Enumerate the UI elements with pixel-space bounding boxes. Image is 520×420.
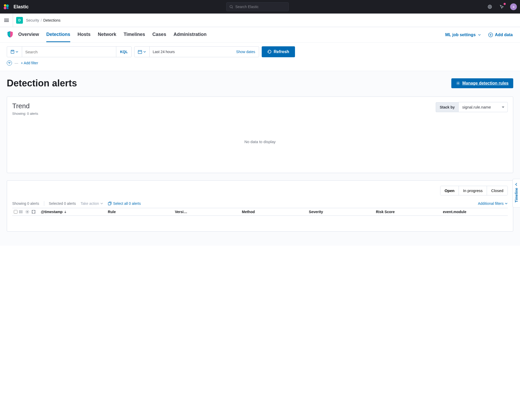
alerts-panel: Open In progress Closed Showing 0 alerts… xyxy=(7,180,513,232)
event-renderer-icon[interactable] xyxy=(19,210,23,214)
chevron-down-icon xyxy=(100,202,103,205)
stack-by-select[interactable]: signal.rule.name xyxy=(458,102,508,112)
gear-icon[interactable] xyxy=(25,210,29,214)
svg-point-1 xyxy=(6,4,9,7)
svg-point-7 xyxy=(489,6,491,8)
trend-empty-state: No data to display xyxy=(12,116,508,168)
add-data-button[interactable]: Add data xyxy=(488,33,513,37)
select-all-checkbox[interactable] xyxy=(14,210,17,214)
col-event-module[interactable]: event.module xyxy=(441,210,508,214)
svg-rect-15 xyxy=(12,50,13,51)
status-in-progress[interactable]: In progress xyxy=(459,186,487,195)
refresh-button[interactable]: Refresh xyxy=(262,46,295,57)
stack-by-label: Stack by xyxy=(436,102,458,112)
chevron-down-icon xyxy=(15,50,18,53)
select-all-button[interactable]: Select all 0 alerts xyxy=(108,201,141,206)
tab-administration[interactable]: Administration xyxy=(174,28,207,42)
global-search-placeholder: Search Elastic xyxy=(235,5,259,9)
breadcrumb-section[interactable]: Security xyxy=(26,18,39,22)
notification-dot xyxy=(504,3,506,5)
svg-rect-16 xyxy=(138,50,142,54)
hamburger-icon xyxy=(4,18,9,22)
disk-icon xyxy=(11,50,14,54)
filter-dash: — xyxy=(15,61,18,65)
add-filter-button[interactable]: + Add filter xyxy=(21,61,38,65)
app-badge: D xyxy=(16,17,23,24)
chevron-down-icon xyxy=(478,33,481,36)
chevron-down-icon xyxy=(143,50,146,53)
svg-rect-24 xyxy=(108,202,111,205)
gear-icon xyxy=(456,81,460,85)
additional-filters-button[interactable]: Additional filters xyxy=(478,201,508,206)
trend-title: Trend xyxy=(12,102,38,110)
alerts-selected: Selected 0 alerts xyxy=(49,201,76,206)
global-search-input[interactable]: Search Elastic xyxy=(226,2,289,11)
news-feed-icon[interactable] xyxy=(498,3,505,10)
col-severity[interactable]: Severity xyxy=(307,210,374,214)
ml-job-settings-button[interactable]: ML job settings xyxy=(445,33,481,37)
search-icon xyxy=(229,5,233,9)
chevron-down-icon xyxy=(505,202,508,205)
alerts-table-header: @timestamp Rule Versi… Method Severity R… xyxy=(12,208,508,216)
plus-circle-icon xyxy=(488,33,493,37)
filter-icon xyxy=(8,61,11,65)
query-input[interactable] xyxy=(22,47,116,57)
col-rule[interactable]: Rule xyxy=(106,210,173,214)
time-range-display[interactable]: Last 24 hours xyxy=(150,47,233,57)
user-avatar[interactable]: a xyxy=(510,3,517,10)
status-open[interactable]: Open xyxy=(440,186,459,195)
col-timestamp[interactable]: @timestamp xyxy=(39,210,106,214)
fullscreen-icon[interactable] xyxy=(31,210,36,214)
show-dates-button[interactable]: Show dates xyxy=(233,47,259,57)
svg-point-2 xyxy=(4,7,7,9)
sort-desc-icon xyxy=(64,210,67,213)
refresh-icon xyxy=(267,50,272,54)
breadcrumb-separator: / xyxy=(41,18,42,22)
take-action-button[interactable]: Take action xyxy=(81,201,103,206)
col-version[interactable]: Versi… xyxy=(173,210,240,214)
svg-rect-32 xyxy=(32,210,35,213)
col-method[interactable]: Method xyxy=(240,210,307,214)
tab-network[interactable]: Network xyxy=(98,28,116,42)
elastic-logo-icon[interactable] xyxy=(3,4,9,10)
tab-detections[interactable]: Detections xyxy=(46,28,70,42)
svg-point-28 xyxy=(19,211,20,211)
tab-cases[interactable]: Cases xyxy=(152,28,166,42)
svg-point-23 xyxy=(458,83,459,84)
alert-status-tabs: Open In progress Closed xyxy=(440,186,508,195)
svg-point-4 xyxy=(230,5,232,8)
svg-rect-14 xyxy=(11,50,14,53)
tab-overview[interactable]: Overview xyxy=(18,28,39,42)
svg-point-29 xyxy=(19,212,20,212)
alerts-showing: Showing 0 alerts xyxy=(12,201,39,206)
kql-toggle[interactable]: KQL xyxy=(116,47,131,57)
chevron-left-icon xyxy=(515,183,518,186)
security-app-icon xyxy=(7,31,13,39)
tab-timelines[interactable]: Timelines xyxy=(124,28,145,42)
manage-detection-rules-button[interactable]: Manage detection rules xyxy=(451,78,513,88)
breadcrumb-current: Detections xyxy=(43,18,60,22)
svg-point-3 xyxy=(7,7,9,9)
filter-options-button[interactable] xyxy=(7,60,12,66)
status-closed[interactable]: Closed xyxy=(487,186,508,195)
nav-toggle-button[interactable] xyxy=(0,14,13,27)
svg-line-5 xyxy=(232,8,233,8)
trend-panel: Trend Showing: 0 alerts Stack by signal.… xyxy=(7,97,513,173)
pages-select-icon xyxy=(108,202,112,205)
date-quick-select[interactable] xyxy=(134,47,150,57)
saved-query-button[interactable] xyxy=(7,47,22,57)
timeline-flyout-handle[interactable]: Timeline xyxy=(512,179,520,208)
svg-point-6 xyxy=(488,5,492,9)
tab-hosts[interactable]: Hosts xyxy=(78,28,91,42)
svg-point-31 xyxy=(27,211,28,212)
svg-point-0 xyxy=(4,4,6,7)
calendar-icon xyxy=(138,50,142,54)
col-risk-score[interactable]: Risk Score xyxy=(374,210,441,214)
brand-name: Elastic xyxy=(14,4,29,10)
page-title: Detection alerts xyxy=(7,78,77,89)
trend-showing: Showing: 0 alerts xyxy=(12,112,38,116)
help-icon[interactable] xyxy=(486,3,493,10)
svg-point-30 xyxy=(19,213,20,213)
